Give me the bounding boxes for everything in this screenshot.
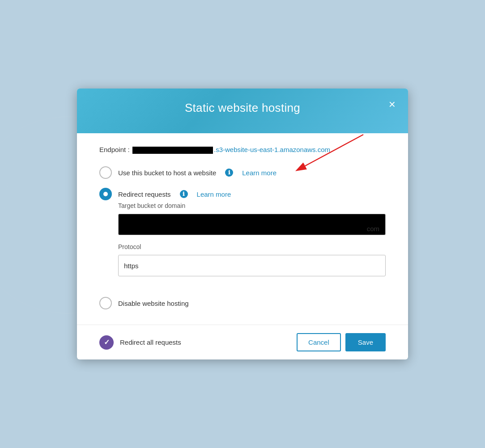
save-button[interactable]: Save bbox=[345, 333, 386, 351]
footer-status-text: Redirect all requests bbox=[120, 338, 181, 346]
disable-hosting-option[interactable]: Disable website hosting bbox=[99, 297, 386, 309]
endpoint-redacted bbox=[132, 147, 213, 154]
cancel-button[interactable]: Cancel bbox=[297, 333, 341, 351]
host-website-option[interactable]: Use this bucket to host a website ℹ Lear… bbox=[99, 166, 386, 179]
endpoint-link[interactable]: .s3-website-us-east-1.amazonaws.com bbox=[214, 146, 330, 153]
footer-buttons: Cancel Save bbox=[297, 333, 386, 351]
host-website-info-icon[interactable]: ℹ bbox=[225, 169, 233, 177]
modal-footer: ✓ Redirect all requests Cancel Save bbox=[77, 325, 408, 359]
target-bucket-suffix: com bbox=[367, 225, 379, 232]
page-background: Static website hosting × Endpoint : .s3-… bbox=[0, 0, 485, 448]
modal-header: Static website hosting × bbox=[77, 89, 408, 133]
check-icon: ✓ bbox=[104, 338, 110, 347]
target-bucket-input-wrapper: com bbox=[118, 214, 386, 243]
redirect-requests-block: Redirect requests ℹ Learn more Target bu… bbox=[99, 188, 386, 284]
footer-status: ✓ Redirect all requests bbox=[99, 335, 181, 350]
redirect-requests-radio[interactable] bbox=[99, 188, 112, 200]
host-website-learn-more[interactable]: Learn more bbox=[242, 169, 277, 177]
host-website-radio[interactable] bbox=[99, 166, 112, 179]
modal-title: Static website hosting bbox=[86, 101, 399, 115]
modal-body: Endpoint : .s3-website-us-east-1.amazona… bbox=[77, 133, 408, 325]
host-website-label: Use this bucket to host a website bbox=[118, 169, 216, 177]
protocol-input[interactable] bbox=[118, 255, 386, 276]
redirect-requests-label: Redirect requests bbox=[118, 190, 171, 198]
options-section: Use this bucket to host a website ℹ Lear… bbox=[99, 166, 386, 309]
redirect-requests-option[interactable]: Redirect requests ℹ Learn more bbox=[99, 188, 386, 200]
endpoint-section: Endpoint : .s3-website-us-east-1.amazona… bbox=[99, 146, 386, 154]
status-check-circle: ✓ bbox=[99, 335, 114, 350]
modal-dialog: Static website hosting × Endpoint : .s3-… bbox=[77, 89, 408, 359]
redirect-requests-info-icon[interactable]: ℹ bbox=[180, 190, 188, 198]
close-button[interactable]: × bbox=[385, 97, 399, 112]
target-bucket-label: Target bucket or domain bbox=[118, 202, 386, 209]
target-bucket-input[interactable] bbox=[118, 214, 386, 235]
disable-hosting-label: Disable website hosting bbox=[118, 300, 189, 307]
protocol-label: Protocol bbox=[118, 243, 386, 250]
redirect-requests-learn-more[interactable]: Learn more bbox=[197, 190, 231, 198]
redirect-sub-section: Target bucket or domain com Protocol bbox=[118, 202, 386, 284]
endpoint-label: Endpoint : bbox=[99, 146, 130, 153]
disable-hosting-radio[interactable] bbox=[99, 297, 112, 309]
